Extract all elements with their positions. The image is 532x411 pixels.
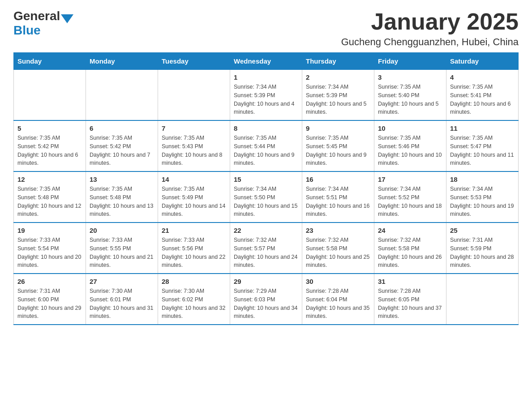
day-number: 18: [450, 176, 515, 183]
day-info: Sunrise: 7:30 AM Sunset: 6:01 PM Dayligh…: [90, 287, 154, 321]
day-number: 15: [234, 176, 298, 183]
day-info: Sunrise: 7:34 AM Sunset: 5:52 PM Dayligh…: [378, 185, 442, 218]
weekday-header-wednesday: Wednesday: [230, 53, 302, 70]
calendar-cell: 27Sunrise: 7:30 AM Sunset: 6:01 PM Dayli…: [86, 274, 158, 325]
day-info: Sunrise: 7:33 AM Sunset: 5:56 PM Dayligh…: [162, 236, 226, 270]
calendar-cell: [14, 70, 86, 121]
day-info: Sunrise: 7:35 AM Sunset: 5:49 PM Dayligh…: [162, 185, 226, 218]
day-number: 21: [162, 227, 226, 234]
calendar-cell: 17Sunrise: 7:34 AM Sunset: 5:52 PM Dayli…: [374, 171, 446, 223]
calendar-subtitle: Gucheng Chengguanzhen, Hubei, China: [341, 36, 519, 48]
calendar-cell: 6Sunrise: 7:35 AM Sunset: 5:42 PM Daylig…: [86, 120, 158, 171]
day-number: 29: [234, 278, 298, 285]
day-info: Sunrise: 7:32 AM Sunset: 5:57 PM Dayligh…: [234, 236, 298, 270]
day-number: 3: [378, 73, 442, 81]
day-number: 30: [306, 278, 370, 285]
calendar-cell: 25Sunrise: 7:31 AM Sunset: 5:59 PM Dayli…: [446, 223, 519, 274]
calendar-cell: 4Sunrise: 7:35 AM Sunset: 5:41 PM Daylig…: [446, 70, 519, 121]
calendar-week-1: 5Sunrise: 7:35 AM Sunset: 5:42 PM Daylig…: [14, 120, 519, 171]
day-number: 1: [234, 73, 298, 81]
day-info: Sunrise: 7:34 AM Sunset: 5:53 PM Dayligh…: [450, 185, 515, 218]
logo-blue-text: Blue: [13, 23, 41, 38]
day-info: Sunrise: 7:28 AM Sunset: 6:04 PM Dayligh…: [306, 287, 370, 321]
day-number: 5: [17, 124, 82, 132]
calendar-cell: 19Sunrise: 7:33 AM Sunset: 5:54 PM Dayli…: [14, 223, 86, 274]
day-info: Sunrise: 7:32 AM Sunset: 5:58 PM Dayligh…: [378, 236, 442, 270]
day-number: 28: [162, 278, 226, 285]
calendar-cell: 8Sunrise: 7:35 AM Sunset: 5:44 PM Daylig…: [230, 120, 302, 171]
day-info: Sunrise: 7:35 AM Sunset: 5:44 PM Dayligh…: [234, 134, 298, 167]
calendar-week-0: 1Sunrise: 7:34 AM Sunset: 5:39 PM Daylig…: [14, 70, 519, 121]
day-number: 24: [378, 227, 442, 234]
day-number: 23: [306, 227, 370, 234]
calendar-title-block: January 2025 Gucheng Chengguanzhen, Hube…: [341, 9, 519, 48]
calendar-cell: 18Sunrise: 7:34 AM Sunset: 5:53 PM Dayli…: [446, 171, 519, 223]
calendar-week-3: 19Sunrise: 7:33 AM Sunset: 5:54 PM Dayli…: [14, 223, 519, 274]
day-info: Sunrise: 7:33 AM Sunset: 5:54 PM Dayligh…: [17, 236, 82, 270]
calendar-cell: [446, 274, 519, 325]
calendar-cell: 21Sunrise: 7:33 AM Sunset: 5:56 PM Dayli…: [158, 223, 230, 274]
day-number: 11: [450, 124, 515, 132]
logo-general-text: General: [13, 9, 60, 23]
day-info: Sunrise: 7:35 AM Sunset: 5:41 PM Dayligh…: [450, 83, 515, 116]
day-info: Sunrise: 7:34 AM Sunset: 5:39 PM Dayligh…: [306, 83, 370, 116]
calendar-cell: 10Sunrise: 7:35 AM Sunset: 5:46 PM Dayli…: [374, 120, 446, 171]
logo-triangle-icon: [61, 14, 73, 23]
page-header: General Blue January 2025 Gucheng Chengg…: [13, 9, 519, 48]
day-info: Sunrise: 7:35 AM Sunset: 5:45 PM Dayligh…: [306, 134, 370, 167]
calendar-cell: 16Sunrise: 7:34 AM Sunset: 5:51 PM Dayli…: [302, 171, 374, 223]
calendar-cell: 3Sunrise: 7:35 AM Sunset: 5:40 PM Daylig…: [374, 70, 446, 121]
day-number: 9: [306, 124, 370, 132]
weekday-header-monday: Monday: [86, 53, 158, 70]
calendar-cell: 2Sunrise: 7:34 AM Sunset: 5:39 PM Daylig…: [302, 70, 374, 121]
logo: General Blue: [13, 9, 73, 38]
day-number: 31: [378, 278, 442, 285]
calendar-cell: 12Sunrise: 7:35 AM Sunset: 5:48 PM Dayli…: [14, 171, 86, 223]
day-number: 4: [450, 73, 515, 81]
day-number: 12: [17, 176, 82, 183]
day-number: 7: [162, 124, 226, 132]
day-info: Sunrise: 7:35 AM Sunset: 5:43 PM Dayligh…: [162, 134, 226, 167]
calendar-cell: 9Sunrise: 7:35 AM Sunset: 5:45 PM Daylig…: [302, 120, 374, 171]
calendar-title: January 2025: [341, 9, 519, 34]
day-info: Sunrise: 7:35 AM Sunset: 5:47 PM Dayligh…: [450, 134, 515, 167]
day-info: Sunrise: 7:35 AM Sunset: 5:42 PM Dayligh…: [17, 134, 82, 167]
calendar-cell: 5Sunrise: 7:35 AM Sunset: 5:42 PM Daylig…: [14, 120, 86, 171]
day-number: 22: [234, 227, 298, 234]
day-number: 2: [306, 73, 370, 81]
day-number: 25: [450, 227, 515, 234]
day-info: Sunrise: 7:31 AM Sunset: 5:59 PM Dayligh…: [450, 236, 515, 270]
calendar-cell: 20Sunrise: 7:33 AM Sunset: 5:55 PM Dayli…: [86, 223, 158, 274]
weekday-header-saturday: Saturday: [446, 53, 519, 70]
day-info: Sunrise: 7:35 AM Sunset: 5:46 PM Dayligh…: [378, 134, 442, 167]
day-info: Sunrise: 7:35 AM Sunset: 5:42 PM Dayligh…: [90, 134, 154, 167]
calendar-cell: 26Sunrise: 7:31 AM Sunset: 6:00 PM Dayli…: [14, 274, 86, 325]
calendar-week-2: 12Sunrise: 7:35 AM Sunset: 5:48 PM Dayli…: [14, 171, 519, 223]
calendar-cell: 28Sunrise: 7:30 AM Sunset: 6:02 PM Dayli…: [158, 274, 230, 325]
day-number: 27: [90, 278, 154, 285]
day-info: Sunrise: 7:35 AM Sunset: 5:48 PM Dayligh…: [90, 185, 154, 218]
calendar-cell: 23Sunrise: 7:32 AM Sunset: 5:58 PM Dayli…: [302, 223, 374, 274]
calendar-cell: [158, 70, 230, 121]
calendar-cell: 7Sunrise: 7:35 AM Sunset: 5:43 PM Daylig…: [158, 120, 230, 171]
day-number: 13: [90, 176, 154, 183]
calendar-table: SundayMondayTuesdayWednesdayThursdayFrid…: [13, 52, 519, 325]
calendar-cell: 11Sunrise: 7:35 AM Sunset: 5:47 PM Dayli…: [446, 120, 519, 171]
calendar-cell: 29Sunrise: 7:29 AM Sunset: 6:03 PM Dayli…: [230, 274, 302, 325]
day-number: 17: [378, 176, 442, 183]
weekday-header-friday: Friday: [374, 53, 446, 70]
calendar-week-4: 26Sunrise: 7:31 AM Sunset: 6:00 PM Dayli…: [14, 274, 519, 325]
calendar-cell: 30Sunrise: 7:28 AM Sunset: 6:04 PM Dayli…: [302, 274, 374, 325]
day-info: Sunrise: 7:29 AM Sunset: 6:03 PM Dayligh…: [234, 287, 298, 321]
weekday-header-thursday: Thursday: [302, 53, 374, 70]
calendar-cell: 31Sunrise: 7:28 AM Sunset: 6:05 PM Dayli…: [374, 274, 446, 325]
weekday-header-tuesday: Tuesday: [158, 53, 230, 70]
calendar-cell: [86, 70, 158, 121]
day-info: Sunrise: 7:34 AM Sunset: 5:39 PM Dayligh…: [234, 83, 298, 116]
day-info: Sunrise: 7:30 AM Sunset: 6:02 PM Dayligh…: [162, 287, 226, 321]
day-info: Sunrise: 7:34 AM Sunset: 5:50 PM Dayligh…: [234, 185, 298, 218]
calendar-cell: 15Sunrise: 7:34 AM Sunset: 5:50 PM Dayli…: [230, 171, 302, 223]
day-info: Sunrise: 7:31 AM Sunset: 6:00 PM Dayligh…: [17, 287, 82, 321]
calendar-cell: 1Sunrise: 7:34 AM Sunset: 5:39 PM Daylig…: [230, 70, 302, 121]
day-info: Sunrise: 7:33 AM Sunset: 5:55 PM Dayligh…: [90, 236, 154, 270]
